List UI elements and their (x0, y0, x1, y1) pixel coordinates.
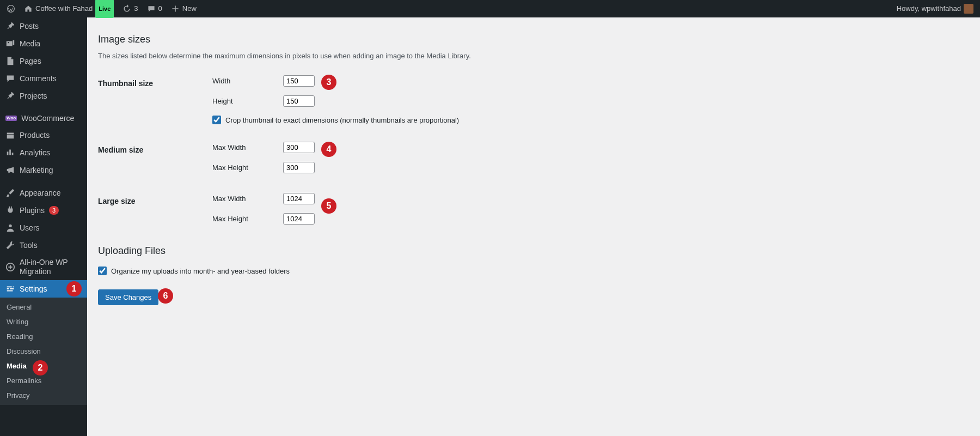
annotation-5: 5 (321, 198, 336, 214)
new-label: New (182, 0, 197, 17)
large-width-input[interactable] (283, 193, 315, 204)
sidebar-item-appearance[interactable]: Appearance (0, 184, 87, 202)
sidebar-item-analytics[interactable]: Analytics (0, 144, 87, 161)
site-title: Coffee with Fahad (35, 0, 93, 17)
label-medium-maxw: Max Width (207, 137, 278, 158)
pin-icon (5, 91, 15, 101)
comments-link[interactable]: 0 (144, 0, 166, 17)
annotation-3: 3 (321, 75, 336, 90)
organize-uploads-row[interactable]: Organize my uploads into month- and year… (98, 267, 969, 275)
submenu-permalinks[interactable]: Permalinks (0, 373, 87, 388)
site-link[interactable]: Coffee with Fahad Live (21, 0, 117, 18)
sidebar-item-settings[interactable]: Settings 1 (0, 280, 87, 298)
row-heading-large: Large size (98, 189, 207, 229)
annotation-6: 6 (158, 288, 173, 304)
new-content-link[interactable]: New (168, 0, 200, 17)
sidebar-item-media[interactable]: Media (0, 35, 87, 52)
home-icon (24, 4, 33, 13)
sliders-icon (5, 284, 15, 294)
howdy-text: Howdy, wpwithfahad (897, 0, 961, 17)
heading-image-sizes: Image sizes (98, 34, 969, 45)
heading-uploading: Uploading Files (98, 245, 969, 257)
submenu-privacy[interactable]: Privacy (0, 388, 87, 403)
label-width: Width (207, 71, 278, 91)
thumbnail-crop-label: Crop thumbnail to exact dimensions (norm… (225, 116, 459, 124)
save-changes-button[interactable]: Save Changes (98, 289, 158, 305)
refresh-icon (122, 4, 131, 13)
user-icon (5, 223, 15, 233)
sidebar-label: Analytics (20, 148, 50, 157)
thumbnail-crop-checkbox[interactable] (212, 116, 221, 124)
sidebar-label: All-in-One WP Migration (20, 258, 82, 276)
brush-icon (5, 188, 15, 198)
plug-icon (5, 205, 15, 215)
updates-link[interactable]: 3 (119, 0, 141, 17)
thumbnail-height-input[interactable] (283, 95, 315, 107)
avatar (964, 4, 973, 14)
wp-logo[interactable] (3, 4, 19, 13)
form-table: Thumbnail size Width 3 Height Crop thumb… (98, 71, 969, 229)
sidebar-label: Appearance (20, 189, 61, 197)
submenu-discussion[interactable]: Discussion (0, 344, 87, 359)
organize-uploads-checkbox[interactable] (98, 267, 107, 275)
comment-icon (5, 74, 15, 83)
sidebar-item-tools[interactable]: Tools (0, 237, 87, 254)
sidebar-label: Comments (20, 74, 57, 83)
label-large-maxh: Max Height (207, 209, 278, 229)
sidebar-item-comments[interactable]: Comments (0, 70, 87, 87)
submenu-reading[interactable]: Reading (0, 329, 87, 344)
pages-icon (5, 56, 15, 66)
row-heading-medium: Medium size (98, 137, 207, 178)
sidebar-label: Posts (20, 22, 39, 31)
sidebar-item-users[interactable]: Users (0, 219, 87, 237)
updates-count: 3 (134, 0, 138, 17)
wrench-icon (5, 240, 15, 250)
sidebar-item-woocommerce[interactable]: Woo WooCommerce (0, 110, 87, 126)
medium-height-input[interactable] (283, 162, 315, 173)
submenu-writing[interactable]: Writing (0, 314, 87, 329)
admin-toolbar: Coffee with Fahad Live 3 0 New Howdy, wp… (0, 0, 980, 17)
sidebar-label: Plugins (20, 206, 45, 215)
svg-point-2 (9, 225, 11, 227)
media-icon (5, 39, 15, 49)
label-medium-maxh: Max Height (207, 158, 278, 178)
sidebar-label: Settings (20, 284, 47, 293)
sidebar-item-products[interactable]: Products (0, 126, 87, 144)
thumbnail-crop-row[interactable]: Crop thumbnail to exact dimensions (norm… (212, 116, 964, 124)
label-large-maxw: Max Width (207, 189, 278, 209)
analytics-icon (5, 148, 15, 158)
my-account[interactable]: Howdy, wpwithfahad (893, 0, 977, 17)
sidebar-item-projects[interactable]: Projects (0, 87, 87, 105)
plus-icon (171, 4, 180, 13)
sidebar-label: Users (20, 223, 40, 232)
sidebar-label: Tools (20, 241, 38, 250)
sidebar-label: Products (20, 131, 50, 140)
settings-media-panel: Image sizes The sizes listed below deter… (87, 17, 980, 436)
sidebar-label: WooCommerce (21, 114, 74, 123)
woo-icon: Woo (5, 116, 17, 121)
annotation-4: 4 (321, 142, 336, 157)
megaphone-icon (5, 165, 15, 175)
sidebar-item-allinone[interactable]: All-in-One WP Migration (0, 254, 87, 280)
sidebar-label: Marketing (20, 166, 53, 174)
admin-sidebar: Posts Media Pages Comments Projects Woo … (0, 17, 87, 436)
sidebar-item-marketing[interactable]: Marketing (0, 161, 87, 179)
annotation-2: 2 (33, 360, 48, 376)
annotation-1: 1 (66, 281, 82, 296)
wordpress-icon (7, 4, 15, 13)
pin-icon (5, 21, 15, 31)
large-height-input[interactable] (283, 213, 315, 225)
sidebar-item-posts[interactable]: Posts (0, 17, 87, 35)
migrate-icon (5, 262, 15, 272)
submenu-general[interactable]: General (0, 300, 87, 314)
sidebar-label: Projects (20, 92, 47, 100)
medium-width-input[interactable] (283, 142, 315, 153)
sidebar-label: Pages (20, 57, 41, 65)
label-height: Height (207, 91, 278, 111)
sidebar-item-plugins[interactable]: Plugins 3 (0, 202, 87, 219)
svg-point-1 (8, 42, 9, 43)
row-heading-thumbnail: Thumbnail size (98, 71, 207, 129)
thumbnail-width-input[interactable] (283, 75, 315, 87)
settings-submenu: General Writing Reading Discussion Media… (0, 298, 87, 405)
sidebar-item-pages[interactable]: Pages (0, 52, 87, 70)
